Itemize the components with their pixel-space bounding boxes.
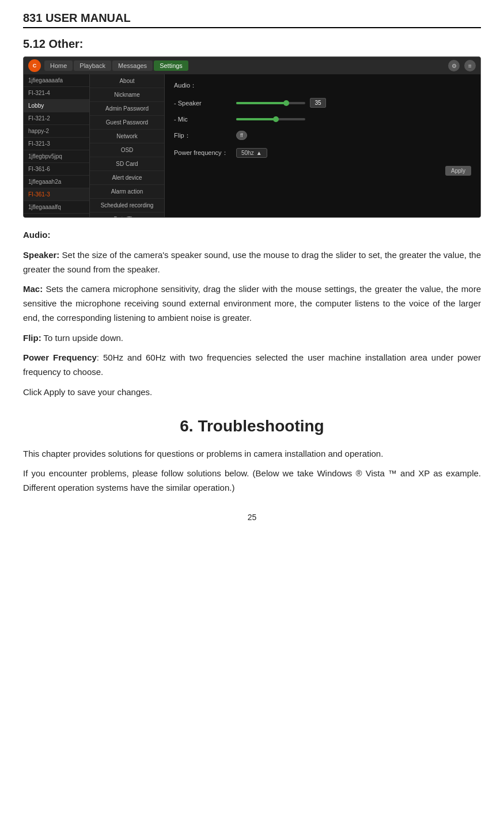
apply-button[interactable]: Apply (445, 166, 471, 176)
sidebar-item-1jflegbpv5jpq[interactable]: 1jflegbpv5jpq (24, 150, 89, 163)
flip-toggle[interactable]: ff (236, 131, 247, 140)
nav-icons: ⚙ ≡ (448, 60, 476, 71)
screenshot: C Home Playback Messages Settings ⚙ ≡ 1j… (23, 56, 481, 218)
power-freq-description: Power Frequency: 50Hz and 60Hz with two … (23, 351, 481, 380)
settings-alarm-action[interactable]: Alarm action (90, 185, 164, 199)
chapter6-section: This chapter provides solutions for ques… (23, 447, 481, 495)
nav-logo: C (28, 59, 41, 72)
speaker-slider[interactable] (236, 102, 305, 104)
dropdown-arrow-icon: ▲ (256, 150, 262, 156)
chapter6-para1: This chapter provides solutions for ques… (23, 447, 481, 461)
sidebar-item-1jflegaaaalfq[interactable]: 1jflegaaaalfq (24, 201, 89, 214)
chapter6-heading: 6. Troubleshooting (23, 417, 481, 435)
mic-slider[interactable] (236, 118, 305, 120)
sidebar-item-1jflegaaah2a[interactable]: 1jflegaaah2a (24, 176, 89, 188)
settings-about[interactable]: About (90, 74, 164, 88)
power-freq-row: Power frequency： 50hz ▲ (174, 148, 471, 158)
speaker-label: - Speaker (174, 100, 232, 107)
chapter6-para2: If you encounter problems, please follow… (23, 467, 481, 495)
speaker-slider-thumb (283, 100, 289, 106)
nav-messages-btn[interactable]: Messages (112, 60, 153, 71)
audio-row: Audio： (174, 81, 471, 90)
content-panel: Audio： - Speaker 35 - Mic (165, 74, 480, 217)
apply-row: Apply (174, 166, 471, 176)
gear-icon[interactable]: ⚙ (448, 60, 460, 71)
mic-slider-thumb (273, 116, 279, 122)
sidebar-item-fi321-3[interactable]: FI-321-3 (24, 138, 89, 150)
settings-scheduled-recording[interactable]: Scheduled recording (90, 199, 164, 213)
audio-section: Audio: Speaker: Set the size of the came… (23, 228, 481, 400)
mac-description: Mac: Sets the camera microphone sensitiv… (23, 282, 481, 325)
main-area: 1jfiegaaaaafa FI-321-4 Lobby FI-321-2 ha… (24, 74, 480, 217)
settings-sd-card[interactable]: SD Card (90, 157, 164, 171)
sidebar-item-happy2[interactable]: happy-2 (24, 125, 89, 138)
audio-heading: Audio: (23, 228, 481, 242)
settings-alert-device[interactable]: Alert device (90, 171, 164, 185)
speaker-description: Speaker: Set the size of the camera's sp… (23, 248, 481, 277)
mic-label: - Mic (174, 116, 232, 123)
speaker-row: - Speaker 35 (174, 98, 471, 108)
flip-row: Flip： ff (174, 131, 471, 140)
sidebar-item-lobby[interactable]: Lobby (24, 100, 89, 112)
settings-osd[interactable]: OSD (90, 143, 164, 157)
mic-row: - Mic (174, 116, 471, 123)
settings-network[interactable]: Network (90, 130, 164, 143)
sidebar-item-fi321-2[interactable]: FI-321-2 (24, 112, 89, 125)
speaker-value: 35 (310, 98, 326, 108)
nav-home-btn[interactable]: Home (44, 60, 73, 71)
click-apply-text: Click Apply to save your changes. (23, 385, 481, 400)
nav-playback-btn[interactable]: Playback (74, 60, 111, 71)
settings-panel: About Nickname Admin Password Guest Pass… (90, 74, 165, 217)
audio-label: Audio： (174, 81, 232, 90)
settings-admin-password[interactable]: Admin Password (90, 102, 164, 116)
menu-icon[interactable]: ≡ (464, 60, 476, 71)
settings-nickname[interactable]: Nickname (90, 88, 164, 102)
power-freq-label: Power frequency： (174, 149, 232, 157)
sidebar-item-fi361-3[interactable]: FI-361-3 (24, 188, 89, 201)
page-title: 831 USER MANUAL (23, 12, 481, 28)
sidebar-item-fi321-4[interactable]: FI-321-4 (24, 87, 89, 100)
power-freq-value: 50hz (241, 150, 254, 156)
flip-description: Flip: To turn upside down. (23, 331, 481, 346)
power-freq-dropdown[interactable]: 50hz ▲ (236, 148, 267, 158)
nav-bar: C Home Playback Messages Settings ⚙ ≡ (24, 57, 480, 74)
page-number: 25 (23, 513, 481, 522)
nav-settings-btn[interactable]: Settings (154, 60, 188, 71)
sidebar-item-1jflegbpv6fcq[interactable]: 1jflegbpv6fcq (24, 214, 89, 217)
sidebar: 1jfiegaaaaafa FI-321-4 Lobby FI-321-2 ha… (24, 74, 90, 217)
flip-label: Flip： (174, 131, 232, 140)
sidebar-item-1jfiegaaaaafa[interactable]: 1jfiegaaaaafa (24, 74, 89, 87)
section-512-heading: 5.12 Other: (23, 37, 481, 51)
speaker-slider-fill (236, 102, 285, 104)
settings-date-time[interactable]: Date/Time (90, 213, 164, 217)
settings-guest-password[interactable]: Guest Password (90, 116, 164, 130)
sidebar-item-fi361-6[interactable]: FI-361-6 (24, 163, 89, 176)
mic-slider-fill (236, 118, 274, 120)
